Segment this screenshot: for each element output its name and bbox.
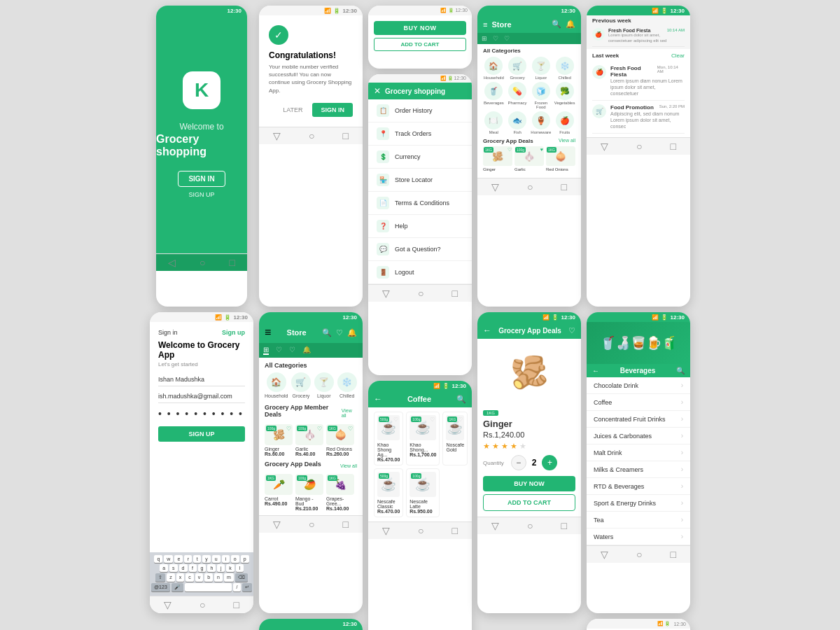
bev-concentrated[interactable]: Concentrated Fruit Drinks ›: [587, 411, 690, 428]
menu-logout[interactable]: 🚪 Logout: [368, 261, 472, 284]
quantity-decrease-button[interactable]: −: [511, 455, 526, 470]
bev-waters[interactable]: Waters ›: [587, 528, 690, 545]
kb-e[interactable]: e: [174, 555, 183, 563]
deal-mango[interactable]: 100g 🥭 Mango - Bud Rs.210.00: [295, 474, 323, 511]
store-tab-bell[interactable]: 🔔: [302, 346, 311, 355]
later-button[interactable]: LATER: [277, 103, 308, 117]
search-icon[interactable]: 🔍: [322, 328, 332, 337]
kb-y[interactable]: y: [202, 555, 211, 563]
member-view-all[interactable]: View all: [342, 408, 357, 418]
nav-home-cong[interactable]: ○: [309, 130, 314, 141]
bev-back-icon[interactable]: ←: [592, 367, 599, 374]
store2-cat-frozen[interactable]: 🧊 Frozen Food: [531, 82, 552, 109]
kb-space[interactable]: [185, 583, 232, 592]
menu-help[interactable]: ❓ Help: [368, 215, 472, 238]
menu-store-locator[interactable]: 🏪 Store Locator: [368, 169, 472, 192]
store2-view-all[interactable]: View all: [559, 138, 575, 144]
store2-cat-grocery[interactable]: 🛒 Grocery: [507, 57, 528, 80]
signup-tab[interactable]: Sign up: [222, 329, 245, 336]
prod-khao2[interactable]: 100g ☕ ♡ Khao Shong... Rs.1,700.00: [406, 412, 440, 465]
detail-back-icon[interactable]: ←: [483, 326, 491, 335]
signin-tab[interactable]: Sign in: [158, 329, 178, 336]
deal-ginger[interactable]: 100g 🫚 ♡ Ginger Rs.60.00: [265, 424, 293, 456]
clear-button[interactable]: Clear: [671, 52, 685, 59]
cat-liquor[interactable]: 🍸 Liquor: [314, 372, 334, 398]
bev-rtd[interactable]: RTD & Beverages ›: [587, 478, 690, 495]
store2-cat-meal[interactable]: 🍽️ Meal: [483, 111, 505, 134]
deal-grapes[interactable]: 1KG 🍇 Grapes-Gree... Rs.140.00: [326, 474, 354, 511]
store2-cat-bev[interactable]: 🥤 Beverages: [483, 82, 505, 109]
store2-cat-household[interactable]: 🏠 Household: [483, 57, 505, 80]
nav-sq-signin[interactable]: □: [234, 599, 239, 610]
cat-household[interactable]: 🏠 Household: [265, 372, 288, 398]
prod-nescafe-latte[interactable]: 100g ☕ Nescafe Latte Rs.950.00: [406, 468, 440, 517]
kb-i[interactable]: i: [222, 555, 230, 563]
store2-cat-veg[interactable]: 🥦 Vegetables: [554, 82, 575, 109]
congrats-signin-button[interactable]: SIGN IN: [312, 103, 353, 117]
nav-home-icon[interactable]: ○: [200, 257, 205, 268]
store2-deal-ginger[interactable]: 1KG 🫚 ♡ Ginger: [483, 146, 512, 172]
nav-back-menu[interactable]: ▽: [382, 288, 390, 299]
bev-tea[interactable]: Tea ›: [587, 512, 690, 528]
menu-terms[interactable]: 📄 Terms & Conditions: [368, 192, 472, 215]
buy-now-button[interactable]: BUY NOW: [374, 21, 466, 35]
nav-back-icon[interactable]: ◁: [168, 257, 176, 268]
nav-sq-detail[interactable]: □: [561, 520, 567, 531]
store2-tab-heart[interactable]: ♡: [493, 35, 498, 42]
bell-icon[interactable]: 🔔: [347, 328, 357, 337]
quantity-increase-button[interactable]: +: [542, 455, 557, 470]
deal-onions[interactable]: 1KG 🧅 ♡ Red Onions Rs.260.00: [326, 424, 354, 456]
cat-chilled[interactable]: ❄️ Chilled: [337, 372, 357, 398]
password-field[interactable]: • • • • • • • • • •: [158, 407, 245, 421]
bev-search-icon[interactable]: 🔍: [676, 367, 685, 374]
nav-home-menu[interactable]: ○: [418, 288, 424, 299]
kb-o[interactable]: o: [231, 555, 239, 563]
hamburger-icon[interactable]: ≡: [265, 326, 271, 339]
nav-back-notif[interactable]: ▽: [601, 141, 608, 152]
store2-cat-fruits[interactable]: 🍎 Fruits: [554, 111, 575, 134]
store2-bell-icon[interactable]: 🔔: [566, 20, 575, 29]
nav-back-cong[interactable]: ▽: [273, 130, 281, 141]
bev-milks[interactable]: Milks & Creamers ›: [587, 461, 690, 478]
store2-menu-icon[interactable]: ≡: [483, 20, 487, 29]
menu-close-icon[interactable]: ✕: [374, 86, 381, 96]
store-tab-grid[interactable]: ⊞: [263, 346, 269, 355]
nav-back-signin[interactable]: ▽: [164, 599, 172, 610]
store2-cat-liquor[interactable]: 🍸 Liquor: [531, 57, 552, 80]
deal-garlic[interactable]: 100g 🧄 ♡ Garlic Rs.40.00: [295, 424, 323, 456]
bev-coffee[interactable]: Coffee ›: [587, 394, 690, 411]
nav-home-bev[interactable]: ○: [636, 549, 642, 560]
store2-deal-onions[interactable]: 1KG 🧅 Red Onions: [546, 146, 575, 172]
coffee-search-icon[interactable]: 🔍: [456, 395, 466, 404]
nav-sq-cong[interactable]: □: [343, 130, 349, 141]
store2-cat-chilled[interactable]: ❄️ Chilled: [554, 57, 575, 80]
deal-carrot[interactable]: 1KG 🥕 Carrot Rs.490.00: [265, 474, 293, 511]
nav-sq-menu[interactable]: □: [452, 288, 458, 299]
bev-chocolate-drink[interactable]: Chocolate Drink ›: [587, 377, 690, 394]
app-view-all[interactable]: View all: [340, 463, 357, 468]
kb-t[interactable]: t: [193, 555, 201, 563]
coffee-back-icon[interactable]: ←: [374, 394, 382, 404]
kb-p[interactable]: p: [241, 555, 249, 563]
menu-order-history[interactable]: 📋 Order History: [368, 99, 472, 122]
detail-cart-button[interactable]: ADD TO CART: [483, 494, 575, 511]
nav-sq-store2[interactable]: □: [561, 181, 567, 192]
nav-home-store2[interactable]: ○: [527, 181, 533, 192]
prod-nescafe-gold[interactable]: 1KG ☕ ♡ Noscafe Gold: [442, 412, 468, 465]
detail-buy-button[interactable]: BUY NOW: [483, 476, 575, 491]
nav-back-bev[interactable]: ▽: [601, 549, 608, 560]
add-to-cart-button[interactable]: ADD TO CART: [374, 38, 466, 51]
nav-home-coffee[interactable]: ○: [418, 525, 424, 536]
nav-back-detail[interactable]: ▽: [491, 520, 499, 531]
splash-signin-button[interactable]: SIGN IN: [178, 171, 225, 187]
nav-sq-notif[interactable]: □: [671, 141, 676, 152]
kb-w[interactable]: w: [164, 555, 173, 563]
store2-deal-garlic[interactable]: 100g 🧄 ♥ Garlic: [514, 146, 544, 172]
nav-back-store[interactable]: ▽: [273, 519, 281, 530]
bev-malt[interactable]: Malt Drink ›: [587, 444, 690, 461]
bev-sport[interactable]: Sport & Energy Drinks ›: [587, 495, 690, 512]
store2-cat-pharma[interactable]: 💊 Pharmacy: [507, 82, 528, 109]
store2-cat-fish[interactable]: 🐟 Fish: [507, 111, 528, 134]
email-field[interactable]: ish.madushka@gmail.com: [158, 390, 245, 403]
menu-currency[interactable]: 💲 Currency: [368, 146, 472, 169]
